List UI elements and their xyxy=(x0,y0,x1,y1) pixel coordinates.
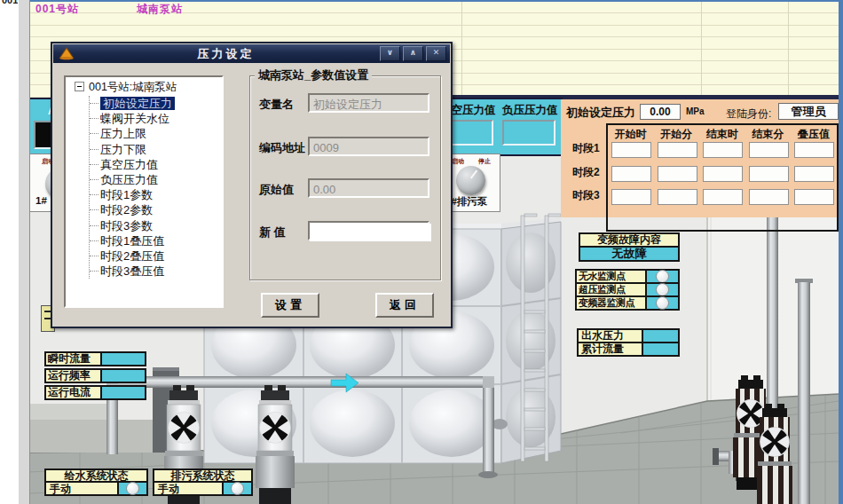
metric-label: 运行频率 xyxy=(44,368,102,383)
period-input[interactable] xyxy=(703,142,743,158)
output-label: 累计流量 xyxy=(577,342,643,357)
station-id: 001号站 xyxy=(35,2,79,17)
lamp-icon xyxy=(656,296,669,310)
pump2-knob[interactable] xyxy=(456,166,485,195)
monitor-label: 变频器监测点 xyxy=(575,295,647,311)
status-mode: 手动 xyxy=(153,481,224,496)
monitor-row: 变频器监测点 xyxy=(575,295,680,311)
status-indicator[interactable] xyxy=(117,481,148,496)
metric-row: 瞬时流量 xyxy=(44,351,146,366)
period-input[interactable] xyxy=(611,166,651,182)
tree-item[interactable]: 真空压力值 xyxy=(90,157,222,172)
metric-value xyxy=(100,385,146,400)
period-input[interactable] xyxy=(658,189,697,205)
station-name: 城南泵站 xyxy=(137,2,183,17)
lamp-icon xyxy=(231,482,244,495)
pump2-start-label: 启动 xyxy=(452,157,464,166)
pressure-unit: MPa xyxy=(686,106,705,116)
close-button[interactable]: ✕ xyxy=(426,46,446,61)
col-start-hour: 开始时 xyxy=(608,127,653,142)
period-input[interactable] xyxy=(749,142,789,158)
dialog-title: 压力设定 xyxy=(75,46,377,62)
table-divider xyxy=(461,2,462,98)
back-button[interactable]: 返回 xyxy=(375,293,434,318)
tree-item[interactable]: 初始设定压力 xyxy=(90,96,222,111)
field-label: 新 值 xyxy=(259,224,286,240)
fault-panel: 变频故障内容 无故障 xyxy=(579,232,680,262)
initial-pressure-label: 初始设定压力 xyxy=(566,105,635,121)
login-label: 登陆身份: xyxy=(726,106,771,122)
collapse-icon[interactable] xyxy=(75,82,84,91)
output-row: 累计流量 xyxy=(577,342,680,357)
col-end-min: 结束分 xyxy=(745,127,791,142)
dialog-titlebar[interactable]: 压力设定 ∨ ∧ ✕ xyxy=(53,44,450,63)
variable-name-field: 初始设定压力 xyxy=(308,93,429,113)
knob-indicator xyxy=(470,170,477,179)
field-label: 变量名 xyxy=(259,97,294,113)
table-divider xyxy=(701,2,702,98)
initial-pressure-value[interactable]: 0.00 xyxy=(640,104,681,120)
tree-item[interactable]: 时段1参数 xyxy=(90,187,222,202)
cone-icon xyxy=(59,47,75,60)
monitor-indicator xyxy=(645,295,680,311)
period-input[interactable] xyxy=(794,142,834,158)
period-input[interactable] xyxy=(658,166,697,182)
set-button[interactable]: 设置 xyxy=(261,293,319,318)
table-divider xyxy=(788,2,789,98)
period-input[interactable] xyxy=(749,189,789,205)
tree-item[interactable]: 负压压力值 xyxy=(90,172,222,187)
tree-item[interactable]: 压力下限 xyxy=(90,142,222,157)
minimize-button[interactable]: ∨ xyxy=(380,46,400,61)
metric-row: 运行频率 xyxy=(44,368,146,383)
col-end-hour: 结束时 xyxy=(699,127,745,142)
maximize-button[interactable]: ∧ xyxy=(403,46,423,61)
negative-pressure-value xyxy=(502,120,555,146)
left-rail-text: 001 xyxy=(2,0,18,5)
tree-item[interactable]: 压力上限 xyxy=(90,126,222,141)
login-identity: 管理员 xyxy=(778,103,839,120)
period-input[interactable] xyxy=(703,166,743,182)
tree-item[interactable]: 时段1叠压值 xyxy=(90,233,222,248)
new-value-input[interactable] xyxy=(310,224,431,241)
period-input[interactable] xyxy=(658,142,697,158)
lamp-icon xyxy=(126,482,139,495)
period-input[interactable] xyxy=(611,142,651,158)
original-value-field: 0.00 xyxy=(308,178,429,198)
supply-system-status: 给水系统状态 手动 xyxy=(44,469,148,496)
splitter-handle[interactable] xyxy=(18,0,30,504)
tree-root[interactable]: 001号站:城南泵站 xyxy=(66,77,222,96)
period-input[interactable] xyxy=(611,189,651,205)
lamp-icon xyxy=(656,283,669,296)
metric-value xyxy=(100,368,146,383)
status-indicator[interactable] xyxy=(222,481,253,496)
col-boost: 叠压值 xyxy=(791,127,836,142)
fault-status: 无故障 xyxy=(579,246,680,262)
tree-item[interactable]: 时段3叠压值 xyxy=(90,264,222,279)
lamp-icon xyxy=(656,270,669,283)
negative-pressure-label: 负压压力值 xyxy=(502,103,558,118)
metric-label: 瞬时流量 xyxy=(44,351,102,366)
flow-metrics: 瞬时流量 运行频率 运行电流 xyxy=(44,351,146,400)
period-input[interactable] xyxy=(794,189,834,205)
period2-label: 时段2 xyxy=(572,165,600,180)
pump1-label: 1# xyxy=(35,195,47,206)
period1-label: 时段1 xyxy=(572,141,600,156)
station-row[interactable]: 001号站 城南泵站 xyxy=(28,2,839,13)
group-title: 城南泵站_参数值设置 xyxy=(255,67,372,83)
period-input[interactable] xyxy=(794,166,834,182)
field-label: 原始值 xyxy=(259,182,294,198)
period-table: 开始时 开始分 结束时 结束分 叠压值 xyxy=(606,123,839,232)
period3-label: 时段3 xyxy=(572,188,600,203)
period-input[interactable] xyxy=(703,189,743,205)
code-address-field: 0009 xyxy=(308,137,429,156)
tree-item[interactable]: 蝶阀开关水位 xyxy=(90,111,222,126)
tree-item[interactable]: 时段2参数 xyxy=(90,202,222,217)
tree-item[interactable]: 时段3参数 xyxy=(90,218,222,233)
col-start-min: 开始分 xyxy=(654,127,699,142)
tree-item[interactable]: 时段2叠压值 xyxy=(90,248,222,264)
pump2-stop-label: 停止 xyxy=(478,157,491,166)
new-value-field[interactable] xyxy=(308,221,429,240)
sewage-system-status: 排污系统状态 手动 xyxy=(153,469,253,496)
period-input[interactable] xyxy=(749,166,789,182)
field-label: 编码地址 xyxy=(259,140,305,156)
